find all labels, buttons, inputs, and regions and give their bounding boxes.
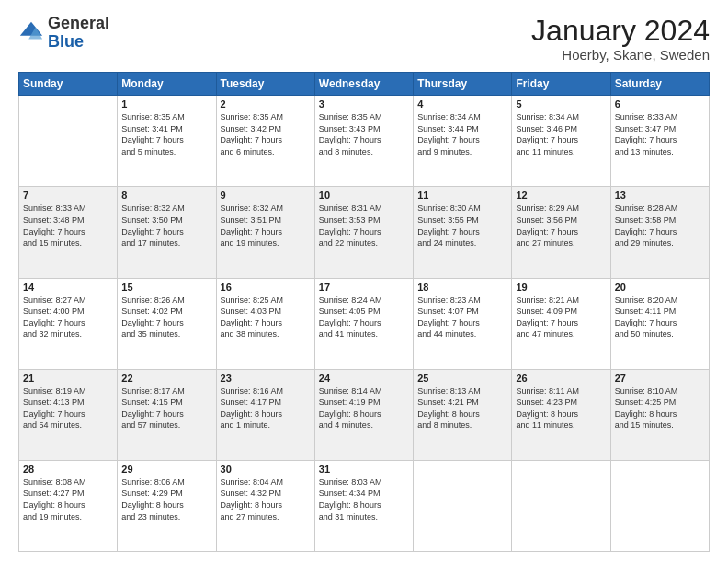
cell-2-5: 19Sunrise: 8:21 AM Sunset: 4:09 PM Dayli… <box>512 278 610 369</box>
cell-2-4: 18Sunrise: 8:23 AM Sunset: 4:07 PM Dayli… <box>414 278 512 369</box>
day-number: 12 <box>516 190 606 201</box>
title-block: January 2024 Hoerby, Skane, Sweden <box>531 15 710 63</box>
logo-general: General <box>48 14 109 32</box>
day-info: Sunrise: 8:28 AM Sunset: 3:58 PM Dayligh… <box>615 202 705 248</box>
day-number: 7 <box>23 190 113 201</box>
day-number: 26 <box>516 373 606 384</box>
col-tuesday: Tuesday <box>216 73 314 96</box>
cell-0-2: 2Sunrise: 8:35 AM Sunset: 3:42 PM Daylig… <box>216 96 314 187</box>
logo-text: General Blue <box>48 15 109 52</box>
day-info: Sunrise: 8:32 AM Sunset: 3:51 PM Dayligh… <box>221 202 311 248</box>
day-info: Sunrise: 8:06 AM Sunset: 4:29 PM Dayligh… <box>121 477 211 523</box>
col-thursday: Thursday <box>414 73 512 96</box>
day-number: 24 <box>319 373 409 384</box>
cell-3-3: 24Sunrise: 8:14 AM Sunset: 4:19 PM Dayli… <box>314 369 413 460</box>
day-info: Sunrise: 8:30 AM Sunset: 3:55 PM Dayligh… <box>417 202 507 248</box>
day-info: Sunrise: 8:26 AM Sunset: 4:02 PM Dayligh… <box>121 294 211 340</box>
day-info: Sunrise: 8:35 AM Sunset: 3:42 PM Dayligh… <box>221 111 311 157</box>
col-sunday: Sunday <box>19 73 118 96</box>
day-number: 28 <box>23 464 113 475</box>
day-number: 16 <box>221 282 311 293</box>
day-info: Sunrise: 8:08 AM Sunset: 4:27 PM Dayligh… <box>23 477 113 523</box>
cell-0-3: 3Sunrise: 8:35 AM Sunset: 3:43 PM Daylig… <box>314 96 413 187</box>
day-info: Sunrise: 8:33 AM Sunset: 3:48 PM Dayligh… <box>23 202 113 248</box>
day-info: Sunrise: 8:13 AM Sunset: 4:21 PM Dayligh… <box>417 385 507 431</box>
day-number: 29 <box>121 464 211 475</box>
day-number: 4 <box>417 98 507 109</box>
week-row-3: 21Sunrise: 8:19 AM Sunset: 4:13 PM Dayli… <box>19 369 710 460</box>
day-info: Sunrise: 8:35 AM Sunset: 3:43 PM Dayligh… <box>319 111 409 157</box>
day-number: 5 <box>516 98 606 109</box>
cell-0-4: 4Sunrise: 8:34 AM Sunset: 3:44 PM Daylig… <box>414 96 512 187</box>
week-row-4: 28Sunrise: 8:08 AM Sunset: 4:27 PM Dayli… <box>19 460 710 551</box>
day-number: 23 <box>221 373 311 384</box>
col-wednesday: Wednesday <box>314 73 413 96</box>
day-info: Sunrise: 8:32 AM Sunset: 3:50 PM Dayligh… <box>121 202 211 248</box>
logo-icon <box>18 20 44 46</box>
day-info: Sunrise: 8:03 AM Sunset: 4:34 PM Dayligh… <box>319 477 409 523</box>
cell-1-1: 8Sunrise: 8:32 AM Sunset: 3:50 PM Daylig… <box>118 187 216 278</box>
day-number: 13 <box>615 190 705 201</box>
day-info: Sunrise: 8:34 AM Sunset: 3:46 PM Dayligh… <box>516 111 606 157</box>
day-info: Sunrise: 8:11 AM Sunset: 4:23 PM Dayligh… <box>516 385 606 431</box>
day-info: Sunrise: 8:25 AM Sunset: 4:03 PM Dayligh… <box>221 294 311 340</box>
day-info: Sunrise: 8:33 AM Sunset: 3:47 PM Dayligh… <box>615 111 705 157</box>
col-monday: Monday <box>118 73 216 96</box>
day-info: Sunrise: 8:23 AM Sunset: 4:07 PM Dayligh… <box>417 294 507 340</box>
day-number: 19 <box>516 282 606 293</box>
cell-1-0: 7Sunrise: 8:33 AM Sunset: 3:48 PM Daylig… <box>19 187 118 278</box>
day-number: 1 <box>121 98 211 109</box>
cell-0-6: 6Sunrise: 8:33 AM Sunset: 3:47 PM Daylig… <box>610 96 709 187</box>
day-number: 8 <box>121 190 211 201</box>
day-number: 15 <box>121 282 211 293</box>
day-number: 30 <box>221 464 311 475</box>
cell-1-2: 9Sunrise: 8:32 AM Sunset: 3:51 PM Daylig… <box>216 187 314 278</box>
day-info: Sunrise: 8:35 AM Sunset: 3:41 PM Dayligh… <box>121 111 211 157</box>
cell-3-6: 27Sunrise: 8:10 AM Sunset: 4:25 PM Dayli… <box>610 369 709 460</box>
day-info: Sunrise: 8:10 AM Sunset: 4:25 PM Dayligh… <box>615 385 705 431</box>
day-number: 22 <box>121 373 211 384</box>
cell-4-0: 28Sunrise: 8:08 AM Sunset: 4:27 PM Dayli… <box>19 460 118 551</box>
location: Hoerby, Skane, Sweden <box>531 47 710 63</box>
cell-0-0 <box>19 96 118 187</box>
cell-1-5: 12Sunrise: 8:29 AM Sunset: 3:56 PM Dayli… <box>512 187 610 278</box>
logo: General Blue <box>18 15 109 52</box>
day-info: Sunrise: 8:24 AM Sunset: 4:05 PM Dayligh… <box>319 294 409 340</box>
day-info: Sunrise: 8:34 AM Sunset: 3:44 PM Dayligh… <box>417 111 507 157</box>
week-row-1: 7Sunrise: 8:33 AM Sunset: 3:48 PM Daylig… <box>19 187 710 278</box>
day-info: Sunrise: 8:04 AM Sunset: 4:32 PM Dayligh… <box>221 477 311 523</box>
cell-1-3: 10Sunrise: 8:31 AM Sunset: 3:53 PM Dayli… <box>314 187 413 278</box>
day-number: 3 <box>319 98 409 109</box>
cell-4-3: 31Sunrise: 8:03 AM Sunset: 4:34 PM Dayli… <box>314 460 413 551</box>
day-info: Sunrise: 8:16 AM Sunset: 4:17 PM Dayligh… <box>221 385 311 431</box>
day-number: 31 <box>319 464 409 475</box>
cell-4-2: 30Sunrise: 8:04 AM Sunset: 4:32 PM Dayli… <box>216 460 314 551</box>
day-info: Sunrise: 8:17 AM Sunset: 4:15 PM Dayligh… <box>121 385 211 431</box>
col-friday: Friday <box>512 73 610 96</box>
day-number: 6 <box>615 98 705 109</box>
day-info: Sunrise: 8:29 AM Sunset: 3:56 PM Dayligh… <box>516 202 606 248</box>
page: General Blue January 2024 Hoerby, Skane,… <box>0 0 728 563</box>
calendar: Sunday Monday Tuesday Wednesday Thursday… <box>18 72 710 552</box>
calendar-header-row: Sunday Monday Tuesday Wednesday Thursday… <box>19 73 710 96</box>
week-row-2: 14Sunrise: 8:27 AM Sunset: 4:00 PM Dayli… <box>19 278 710 369</box>
cell-2-0: 14Sunrise: 8:27 AM Sunset: 4:00 PM Dayli… <box>19 278 118 369</box>
day-number: 18 <box>417 282 507 293</box>
col-saturday: Saturday <box>610 73 709 96</box>
cell-2-2: 16Sunrise: 8:25 AM Sunset: 4:03 PM Dayli… <box>216 278 314 369</box>
cell-4-5 <box>512 460 610 551</box>
day-number: 10 <box>319 190 409 201</box>
month-title: January 2024 <box>531 15 710 47</box>
day-info: Sunrise: 8:19 AM Sunset: 4:13 PM Dayligh… <box>23 385 113 431</box>
cell-4-1: 29Sunrise: 8:06 AM Sunset: 4:29 PM Dayli… <box>118 460 216 551</box>
cell-4-6 <box>610 460 709 551</box>
day-number: 27 <box>615 373 705 384</box>
day-info: Sunrise: 8:21 AM Sunset: 4:09 PM Dayligh… <box>516 294 606 340</box>
day-number: 25 <box>417 373 507 384</box>
day-info: Sunrise: 8:31 AM Sunset: 3:53 PM Dayligh… <box>319 202 409 248</box>
cell-0-1: 1Sunrise: 8:35 AM Sunset: 3:41 PM Daylig… <box>118 96 216 187</box>
cell-3-2: 23Sunrise: 8:16 AM Sunset: 4:17 PM Dayli… <box>216 369 314 460</box>
day-info: Sunrise: 8:20 AM Sunset: 4:11 PM Dayligh… <box>615 294 705 340</box>
cell-1-6: 13Sunrise: 8:28 AM Sunset: 3:58 PM Dayli… <box>610 187 709 278</box>
logo-blue: Blue <box>48 32 84 51</box>
